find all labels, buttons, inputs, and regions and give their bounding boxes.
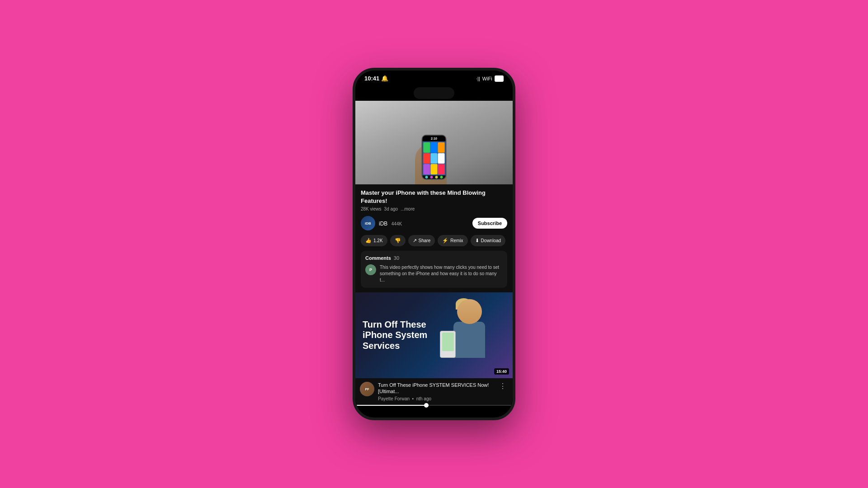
illustrated-phone: 2:10 [422, 135, 447, 180]
next-video-phone-prop [440, 331, 456, 358]
phone-frame: 10:41 🔔 ·|| WiFi 88 2:10 [353, 68, 515, 420]
subscribe-button[interactable]: Subscribe [472, 218, 507, 229]
video-meta: 28K views 3d ago ...more [361, 206, 507, 211]
channel-name: iDB [379, 221, 387, 227]
remix-icon: ⚡ [442, 238, 448, 244]
channel-subs: 444K [392, 221, 402, 226]
comments-label: Comments [365, 255, 391, 261]
remix-button[interactable]: ⚡ Remix [438, 235, 467, 246]
share-label: Share [419, 238, 431, 243]
status-icons: ·|| WiFi 88 [476, 75, 504, 82]
download-label: Download [481, 238, 501, 243]
like-button[interactable]: 👍 1.2K [361, 235, 387, 246]
comments-count: 30 [394, 255, 399, 261]
commenter-avatar: P [365, 264, 376, 275]
thumbs-up-icon: 👍 [365, 238, 372, 244]
commenter-initial: P [369, 267, 372, 272]
next-video-info: PF Turn Off These iPhone SYSTEM SERVICES… [355, 378, 513, 405]
channel-row: iDB iDB 444K Subscribe [361, 216, 507, 230]
progress-thumb[interactable] [424, 403, 429, 408]
more-options-button[interactable]: ⋮ [497, 382, 508, 390]
view-count: 28K views [361, 206, 382, 211]
more-link[interactable]: ...more [401, 206, 415, 211]
time-display: 10:41 [364, 75, 379, 82]
phone-screen: 10:41 🔔 ·|| WiFi 88 2:10 [355, 70, 513, 418]
dynamic-island-area [355, 84, 513, 101]
like-count: 1.2K [373, 238, 383, 243]
next-channel-avatar: PF [360, 382, 374, 396]
next-channel-initials: PF [365, 388, 369, 391]
download-button[interactable]: ⬇ Download [471, 235, 505, 246]
signal-icon: ·|| [476, 76, 480, 81]
channel-avatar-text: iDB [365, 221, 371, 225]
dislike-button[interactable]: 👎 [390, 235, 406, 246]
comments-section[interactable]: Comments 30 P This video perfectly shows… [361, 251, 507, 288]
channel-avatar[interactable]: iDB [361, 216, 375, 230]
next-video-duration: 15:40 [494, 368, 509, 375]
channel-details: iDB 444K [379, 219, 402, 227]
comment-text: This video perfectly shows how many clic… [380, 264, 503, 283]
bell-icon: 🔔 [381, 75, 388, 82]
next-channel-name: Payette Forwan • nth ago [378, 396, 494, 401]
status-time: 10:41 🔔 [364, 75, 388, 82]
remix-label: Remix [450, 238, 463, 243]
dynamic-island [414, 87, 454, 99]
progress-fill [355, 405, 426, 406]
video-info-section: Master your iPhone with these Mind Blowi… [355, 184, 513, 292]
time-ago: 3d ago [384, 206, 398, 211]
next-video-thumbnail[interactable]: Turn Off These iPhone System Services [355, 292, 513, 378]
wifi-icon: WiFi [482, 76, 492, 81]
video-progress-bar[interactable] [355, 405, 513, 406]
status-bar: 10:41 🔔 ·|| WiFi 88 [355, 70, 513, 84]
download-icon: ⬇ [475, 238, 479, 244]
battery-indicator: 88 [495, 75, 504, 82]
action-buttons-row: 👍 1.2K 👎 ↗ Share ⚡ Remix ⬇ Download [361, 235, 507, 246]
comment-row: P This video perfectly shows how many cl… [365, 264, 503, 283]
next-video-title-text: Turn Off These iPhone SYSTEM SERVICES No… [378, 382, 494, 395]
video-title: Master your iPhone with these Mind Blowi… [361, 189, 507, 205]
share-button[interactable]: ↗ Share [408, 235, 435, 246]
next-video-title-overlay: Turn Off These iPhone System Services [363, 319, 441, 352]
video-thumbnail[interactable]: 2:10 [355, 101, 513, 184]
thumbs-down-icon: 👎 [395, 238, 401, 244]
next-video-details: Turn Off These iPhone SYSTEM SERVICES No… [378, 382, 494, 401]
share-icon: ↗ [413, 238, 417, 244]
comments-header: Comments 30 [365, 255, 503, 261]
next-video-section: Turn Off These iPhone System Services [355, 292, 513, 406]
